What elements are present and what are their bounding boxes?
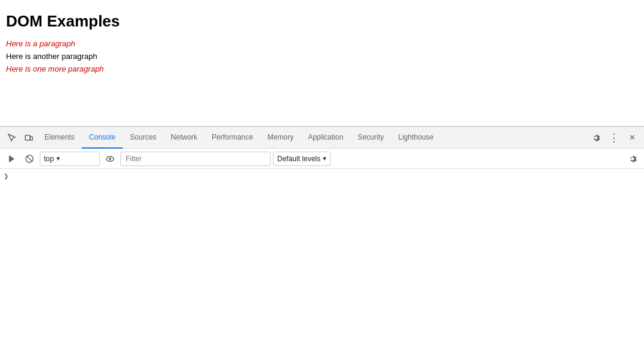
devtools-panel: Elements Console Sources Network Perform… xyxy=(0,126,644,361)
svg-marker-2 xyxy=(9,155,14,162)
devtools-tabs-list: Elements Console Sources Network Perform… xyxy=(37,127,587,149)
settings-button[interactable] xyxy=(587,129,604,146)
paragraph-2: Here is another paragraph xyxy=(6,52,638,61)
device-toggle-button[interactable] xyxy=(20,129,37,146)
more-options-button[interactable]: ⋮ xyxy=(606,129,622,146)
page-title: DOM Examples xyxy=(6,12,638,31)
console-play-button[interactable] xyxy=(4,151,19,167)
console-chevron-right: ❯ xyxy=(4,173,8,179)
close-devtools-button[interactable]: ✕ xyxy=(624,129,640,146)
page-content: DOM Examples Here is a paragraph Here is… xyxy=(0,0,644,126)
tab-performance[interactable]: Performance xyxy=(204,127,260,149)
context-chevron: ▾ xyxy=(57,155,60,162)
tab-security[interactable]: Security xyxy=(351,127,391,149)
paragraph-1: Here is a paragraph xyxy=(6,39,638,48)
svg-rect-0 xyxy=(25,135,30,140)
tab-elements[interactable]: Elements xyxy=(37,127,82,149)
svg-point-6 xyxy=(109,158,111,160)
console-filter-input[interactable] xyxy=(120,152,271,166)
devtools-tabs-toolbar: Elements Console Sources Network Perform… xyxy=(0,127,644,149)
console-ban-button[interactable] xyxy=(22,151,37,167)
paragraph-3: Here is one more paragraph xyxy=(6,64,638,73)
tab-sources[interactable]: Sources xyxy=(123,127,164,149)
context-value: top xyxy=(44,155,54,163)
svg-rect-1 xyxy=(30,137,32,140)
tab-application[interactable]: Application xyxy=(301,127,351,149)
console-prompt-line[interactable]: ❯ xyxy=(4,171,640,180)
console-settings-area xyxy=(625,151,640,167)
tab-memory[interactable]: Memory xyxy=(260,127,301,149)
console-settings-button[interactable] xyxy=(625,151,640,167)
console-eye-button[interactable] xyxy=(102,151,118,167)
tab-network[interactable]: Network xyxy=(164,127,204,149)
log-levels-label: Default levels xyxy=(277,155,320,163)
log-levels-chevron: ▾ xyxy=(323,155,327,162)
console-toolbar: top ▾ Default levels ▾ xyxy=(0,149,644,169)
context-selector[interactable]: top ▾ xyxy=(40,152,100,166)
devtools-right-icons: ⋮ ✕ xyxy=(587,129,640,146)
tab-console[interactable]: Console xyxy=(82,127,123,149)
tab-lighthouse[interactable]: Lighthouse xyxy=(391,127,441,149)
log-levels-selector[interactable]: Default levels ▾ xyxy=(273,152,331,166)
console-output-area: ❯ xyxy=(0,169,644,361)
svg-line-4 xyxy=(27,156,32,161)
inspect-element-button[interactable] xyxy=(4,129,20,146)
